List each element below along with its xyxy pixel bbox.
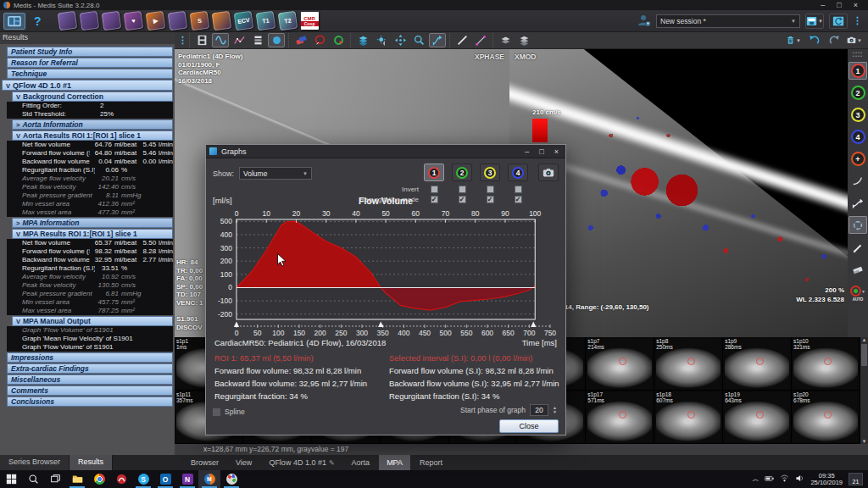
graph-output-row-30[interactable]: Graph 'Flow Volume' of S1901 — [7, 326, 173, 335]
dialog-minimize-button[interactable]: – — [525, 147, 529, 156]
sidebar-item-33[interactable]: Impressions — [7, 352, 173, 363]
close-button[interactable]: × — [854, 1, 858, 9]
pan-tool-icon[interactable] — [392, 33, 409, 47]
reset-layout-button[interactable] — [829, 14, 848, 29]
sidebar-item-3[interactable]: VQFlow 4D 1.0 #1 — [2, 80, 173, 91]
taskbar-file-explorer[interactable] — [66, 470, 88, 488]
expand-icon[interactable]: V — [16, 132, 20, 140]
app-cine[interactable]: ▶ — [145, 11, 165, 31]
taskbar-outlook[interactable]: O — [154, 470, 176, 488]
graph-roi-button-2[interactable]: 2 — [452, 164, 472, 181]
app-qflow[interactable] — [79, 11, 99, 31]
maximize-button[interactable]: □ — [837, 1, 841, 9]
flow-volume-chart[interactable]: -200-10001002003004005000102030405060708… — [208, 208, 564, 336]
taskbar-task-view[interactable] — [44, 470, 66, 488]
taskbar-onenote[interactable]: N — [176, 470, 198, 488]
contour-tool-icon[interactable] — [849, 216, 867, 234]
thumbnail-s1p17[interactable]: s1p17571ms — [586, 391, 654, 444]
layers-tool-icon[interactable] — [354, 33, 371, 47]
invert-checkbox-4[interactable] — [515, 186, 522, 193]
sine-tool-icon[interactable] — [212, 33, 229, 47]
sidebar-item-34[interactable]: Extra-cardiac Findings — [7, 363, 173, 374]
sidebar-item-35[interactable]: Miscellaneous — [7, 374, 173, 385]
panel-tab-series-browser[interactable]: Series Browser — [0, 455, 70, 470]
expand-icon[interactable]: V — [16, 318, 20, 325]
app-3dview[interactable] — [101, 11, 121, 31]
battery-icon[interactable] — [765, 474, 774, 485]
taskbar-medis-suite[interactable]: M — [198, 470, 220, 488]
spline-checkbox[interactable] — [213, 408, 220, 416]
filmstrip-scrollbar[interactable]: ▲ ▼ — [860, 337, 868, 444]
sidebar-item-8[interactable]: VAorta Results ROI 1:[ROI 1] slice 1 — [12, 130, 173, 141]
app-flow2[interactable] — [211, 11, 231, 31]
scrollbar-thumb[interactable] — [861, 344, 867, 366]
thumbnail-s1p20[interactable]: s1p20678ms — [792, 391, 860, 444]
thumbnail-s1p8[interactable]: s1p8250ms — [654, 337, 723, 391]
graph-output-row-31[interactable]: Graph 'Mean Flow Velocity' of S1901 — [7, 335, 173, 343]
lasso-tool-icon[interactable] — [311, 33, 328, 47]
wifi-icon[interactable] — [780, 474, 789, 485]
graphs-dialog-titlebar[interactable]: Graphs – □ × — [206, 145, 565, 158]
thumbnail-s1p18[interactable]: s1p18607ms — [654, 391, 723, 444]
app-t2[interactable]: T2 — [277, 11, 298, 31]
polyline-tool-icon[interactable] — [472, 33, 489, 47]
notification-badge[interactable]: 21 — [849, 473, 863, 485]
workflow-tab-browser[interactable]: Browser — [183, 455, 226, 470]
sidebar-item-29[interactable]: VMPA Manual Output — [12, 316, 173, 326]
donut-tool-icon[interactable] — [330, 33, 347, 47]
app-qtavi[interactable] — [167, 11, 187, 31]
app-qstrain[interactable]: ♥ — [123, 11, 143, 31]
sidebar-item-18[interactable]: >MPA Information — [12, 218, 173, 228]
graph-roi-button-4[interactable]: 4 — [508, 164, 528, 181]
taskbar-clock[interactable]: 09:35 25/10/2019 — [810, 473, 843, 486]
flow-volume-plot[interactable]: -200-10001002003004005000102030405060708… — [208, 208, 564, 336]
session-select[interactable]: New session * ▼ — [656, 14, 800, 28]
app-qmass[interactable] — [57, 11, 77, 31]
sun-tool-icon[interactable] — [373, 33, 390, 47]
show-select[interactable]: Volume ▼ — [239, 167, 312, 180]
sidebar-item-0[interactable]: Patient Study Info — [7, 47, 173, 57]
curve-tool-icon[interactable] — [849, 172, 867, 190]
roi-select-4[interactable]: 4 — [849, 128, 867, 146]
dialog-maximize-button[interactable]: □ — [539, 147, 543, 156]
volume-icon[interactable] — [795, 474, 804, 485]
start-phase-input[interactable]: 20 — [530, 404, 548, 416]
user-icon[interactable] — [637, 14, 651, 29]
spin-down-icon[interactable]: ▼ — [553, 410, 557, 414]
pencil-tool-icon[interactable] — [849, 238, 867, 256]
taskbar-paint[interactable] — [220, 470, 242, 488]
delete-button[interactable]: ▼ — [785, 33, 802, 47]
sidebar-item-19[interactable]: VMPA Results ROI 1:[ROI 1] slice 1 — [12, 229, 173, 239]
redo-button[interactable] — [826, 33, 843, 47]
thumbnail-s1p9[interactable]: s1p9286ms — [723, 337, 792, 391]
line-tool-icon[interactable] — [453, 33, 470, 47]
taskbar-chrome[interactable] — [88, 470, 110, 488]
chart-tool-icon[interactable] — [231, 33, 248, 47]
save-session-button[interactable]: ▼ — [805, 14, 824, 29]
taskbar-start[interactable] — [0, 470, 22, 488]
circle-tool-icon[interactable] — [268, 33, 285, 47]
list-tool-icon[interactable] — [249, 33, 266, 47]
taskbar-cmr-app[interactable] — [110, 470, 132, 488]
graph-snapshot-button[interactable] — [538, 164, 559, 181]
expand-icon[interactable]: > — [16, 121, 19, 129]
invert-checkbox-1[interactable] — [431, 186, 438, 193]
workflow-tab-aorta[interactable]: Aorta — [344, 455, 378, 470]
app-cmr-coop[interactable]: CMRCoop — [301, 12, 319, 30]
series-layout-button[interactable] — [3, 13, 25, 30]
graph-output-row-32[interactable]: Graph 'Flow Volume' of S1901 — [7, 343, 173, 352]
app-flow1[interactable]: S — [189, 11, 209, 31]
graph-roi-button-3[interactable]: 3 — [480, 164, 500, 181]
sidebar-item-4[interactable]: VBackground Correction — [12, 92, 173, 102]
close-dialog-button[interactable]: Close — [499, 419, 559, 433]
sidebar-item-7[interactable]: >Aorta Information — [12, 119, 173, 130]
sidebar-item-37[interactable]: Conclusions — [7, 396, 173, 407]
auto-contour-button[interactable]: ▼AUTO — [850, 286, 865, 302]
minimize-button[interactable]: – — [821, 1, 825, 9]
roi-select-3[interactable]: 3 — [849, 106, 867, 124]
film-tool-icon[interactable] — [193, 33, 210, 47]
workflow-tab-mpa[interactable]: MPA — [379, 455, 410, 470]
sidebar-item-2[interactable]: Technique — [7, 69, 173, 79]
taskbar-skype[interactable]: S — [132, 470, 154, 488]
add-roi-button[interactable]: + — [849, 150, 867, 168]
